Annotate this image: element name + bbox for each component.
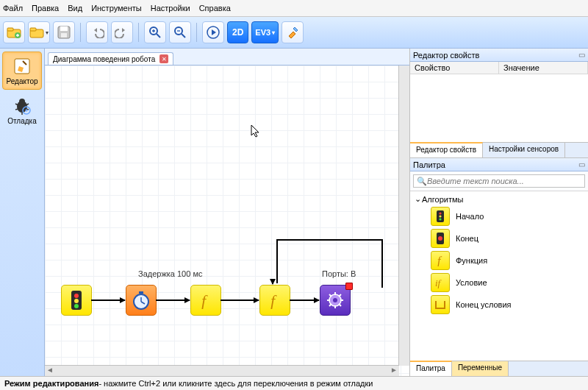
menubar: Файл Правка Вид Инструменты Настройки Сп… [0, 0, 588, 17]
palette-item-start[interactable]: Начало [410, 205, 588, 227]
palette-search-input[interactable] [413, 174, 585, 188]
tab-variables[interactable]: Переменные [452, 361, 509, 376]
tools-button[interactable] [282, 21, 304, 43]
svg-point-17 [74, 299, 79, 303]
menu-help[interactable]: Справка [199, 4, 231, 13]
open-dropdown-icon[interactable]: ▾ [46, 29, 49, 36]
function-icon: f [266, 291, 284, 309]
status-mode: Режим редактирования [4, 379, 98, 388]
svg-rect-1 [7, 28, 13, 31]
node-function-2[interactable]: f [259, 285, 290, 316]
palette-item-label: Начало [456, 212, 484, 221]
props-bottom-tabs: Редактор свойств Настройки сенсоров [410, 142, 588, 157]
svg-point-30 [438, 236, 442, 241]
tab-sensor-settings[interactable]: Настройки сенсоров [483, 143, 565, 157]
mode-ev3-dropdown-icon[interactable]: ▾ [272, 29, 275, 36]
link-3[interactable] [220, 299, 259, 301]
sidebar: Редактор Отладка [0, 49, 45, 376]
menu-view[interactable]: Вид [68, 4, 82, 13]
save-button[interactable] [53, 21, 75, 43]
node-delay[interactable] [126, 285, 157, 316]
svg-point-18 [74, 304, 79, 308]
delay-label: Задержка 100 мс [138, 269, 202, 278]
node-error-marker [345, 283, 353, 290]
palette-item-end[interactable]: Конец [410, 227, 588, 249]
svg-text:f: f [270, 291, 277, 309]
menu-tools[interactable]: Инструменты [91, 4, 142, 13]
palette-item-label: Конец условия [456, 300, 512, 309]
menu-edit[interactable]: Правка [32, 4, 59, 13]
node-start[interactable] [61, 285, 92, 316]
svg-rect-6 [60, 26, 68, 31]
link-2[interactable] [156, 299, 190, 301]
traffic-light-icon [70, 290, 83, 311]
palette-group-algorithms[interactable]: ⌄ Алгоритмы [410, 193, 588, 205]
undo-button[interactable] [86, 21, 108, 43]
svg-point-13 [19, 99, 25, 104]
traffic-light-icon [431, 207, 450, 226]
new-file-button[interactable] [3, 21, 25, 43]
mode-ev3-button[interactable]: EV3▾ [251, 21, 279, 43]
menu-settings[interactable]: Настройки [151, 4, 190, 13]
svg-rect-4 [30, 28, 36, 31]
timer-icon [131, 290, 151, 311]
link-1[interactable] [91, 299, 125, 301]
sidebar-editor-label: Редактор [6, 77, 37, 85]
play-icon [207, 26, 220, 39]
tools-icon [285, 25, 300, 40]
mode-2d-button[interactable]: 2D [227, 21, 248, 43]
zoom-out-button[interactable] [169, 21, 191, 43]
function-icon: f [197, 291, 215, 309]
palette-item-endif[interactable]: Конец условия [410, 294, 588, 316]
link-loop-h[interactable] [276, 239, 383, 241]
link-loop-v1[interactable] [381, 239, 383, 288]
palette-item-function[interactable]: f Функция [410, 249, 588, 272]
node-function-1[interactable]: f [190, 285, 221, 316]
document-tab[interactable]: Диаграмма поведения робота ✕ [48, 52, 173, 65]
document-tab-title: Диаграмма поведения робота [53, 55, 155, 63]
run-button[interactable] [202, 21, 224, 43]
statusbar[interactable]: Режим редактирования - нажмите Ctrl+2 ил… [0, 376, 588, 390]
traffic-stop-icon [431, 229, 450, 248]
pencil-page-icon [12, 57, 32, 76]
svg-rect-20 [139, 291, 143, 294]
palette-panel-header[interactable]: Палитра ▭ [410, 158, 588, 171]
dock-icon[interactable]: ▭ [578, 160, 585, 169]
gear-icon [325, 290, 345, 311]
tab-property-editor[interactable]: Редактор свойств [410, 142, 483, 157]
save-icon [57, 26, 71, 39]
props-col-value[interactable]: Значение [499, 62, 588, 74]
sidebar-debug-button[interactable]: Отладка [3, 92, 41, 129]
open-button[interactable]: ▾ [28, 21, 50, 43]
props-panel-title: Редактор свойств [413, 51, 479, 60]
bug-icon [12, 96, 32, 116]
node-motor[interactable] [320, 285, 351, 316]
link-4[interactable] [290, 299, 319, 301]
redo-button[interactable] [111, 21, 133, 43]
dock-icon[interactable]: ▭ [578, 51, 585, 59]
palette-item-label: Условие [456, 278, 487, 287]
diagram-canvas[interactable]: Задержка 100 мс Порты: B f f [45, 65, 409, 376]
document-tab-close[interactable]: ✕ [159, 54, 168, 63]
svg-text:f: f [201, 291, 208, 309]
link-loop-v2[interactable] [276, 239, 278, 283]
canvas-hscrollbar[interactable] [45, 365, 399, 376]
svg-point-27 [439, 215, 441, 217]
svg-text:f: f [437, 255, 442, 266]
props-table: Свойство Значение [410, 62, 588, 142]
redo-icon [115, 26, 129, 38]
canvas-vscrollbar[interactable] [398, 65, 409, 366]
tab-palette[interactable]: Палитра [410, 361, 452, 376]
endif-icon [431, 295, 450, 314]
props-panel-header[interactable]: Редактор свойств ▭ [410, 49, 588, 62]
sidebar-editor-button[interactable]: Редактор [2, 52, 42, 90]
svg-point-28 [439, 218, 441, 220]
props-col-property[interactable]: Свойство [410, 62, 499, 74]
svg-point-26 [439, 212, 441, 214]
menu-file[interactable]: Файл [3, 4, 23, 13]
svg-rect-7 [61, 33, 67, 38]
zoom-in-button[interactable] [144, 21, 166, 43]
svg-point-16 [74, 294, 79, 298]
status-hint: - нажмите Ctrl+2 или кликните здесь для … [98, 379, 373, 388]
palette-item-if[interactable]: if Условие [410, 272, 588, 294]
